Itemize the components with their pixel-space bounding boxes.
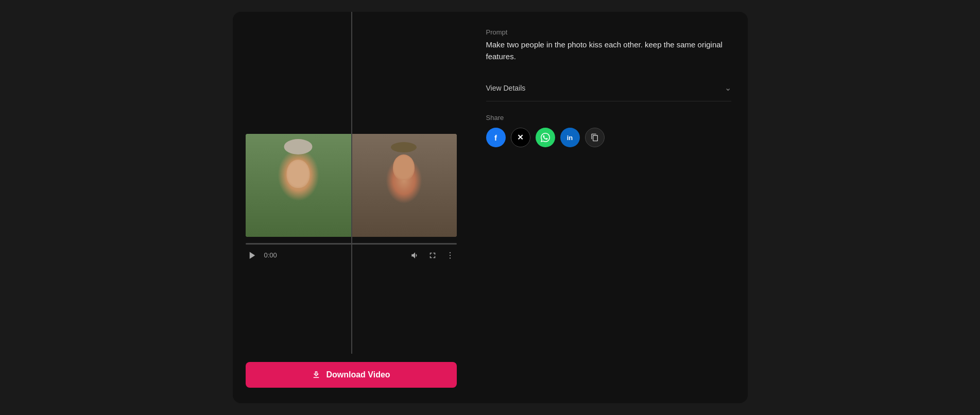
left-panel: 0:00 xyxy=(233,12,470,403)
download-label: Download Video xyxy=(326,370,390,379)
main-card: 0:00 xyxy=(233,12,748,403)
share-whatsapp-button[interactable] xyxy=(536,128,555,147)
person-boy-image xyxy=(351,134,457,237)
share-x-button[interactable]: ✕ xyxy=(511,128,530,147)
share-linkedin-button[interactable]: in xyxy=(560,128,580,147)
share-facebook-button[interactable]: f xyxy=(486,128,506,147)
prompt-text: Make two people in the photo kiss each o… xyxy=(486,39,731,62)
share-buttons: f ✕ in xyxy=(486,128,731,147)
volume-button[interactable] xyxy=(409,250,421,261)
video-thumbnail xyxy=(246,134,457,237)
time-display: 0:00 xyxy=(264,251,403,259)
svg-point-3 xyxy=(449,257,450,258)
volume-icon xyxy=(410,251,420,260)
prompt-label: Prompt xyxy=(486,28,731,36)
person-woman-image xyxy=(246,134,351,237)
thumbnail-divider xyxy=(351,134,352,237)
svg-point-1 xyxy=(449,252,450,253)
right-panel: Prompt Make two people in the photo kiss… xyxy=(470,12,748,403)
fullscreen-icon xyxy=(428,251,437,260)
more-options-button[interactable] xyxy=(444,250,456,261)
play-button[interactable] xyxy=(247,250,258,261)
video-wrapper: 0:00 xyxy=(233,12,470,354)
svg-point-2 xyxy=(449,254,450,255)
copy-link-button[interactable] xyxy=(585,128,605,147)
view-details-row[interactable]: View Details ⌄ xyxy=(486,75,731,101)
thumbnail-right xyxy=(351,134,457,237)
download-icon xyxy=(312,370,321,379)
whatsapp-icon xyxy=(541,133,550,142)
more-options-icon xyxy=(445,251,455,260)
share-section: Share f ✕ in xyxy=(486,114,731,147)
copy-icon xyxy=(591,133,599,142)
thumbnail-left xyxy=(246,134,351,237)
fullscreen-button[interactable] xyxy=(427,250,438,261)
share-label: Share xyxy=(486,114,731,122)
svg-marker-0 xyxy=(249,252,255,259)
chevron-down-icon: ⌄ xyxy=(725,83,731,93)
download-video-button[interactable]: Download Video xyxy=(246,362,457,388)
view-details-label: View Details xyxy=(486,84,526,92)
play-icon xyxy=(248,251,257,260)
